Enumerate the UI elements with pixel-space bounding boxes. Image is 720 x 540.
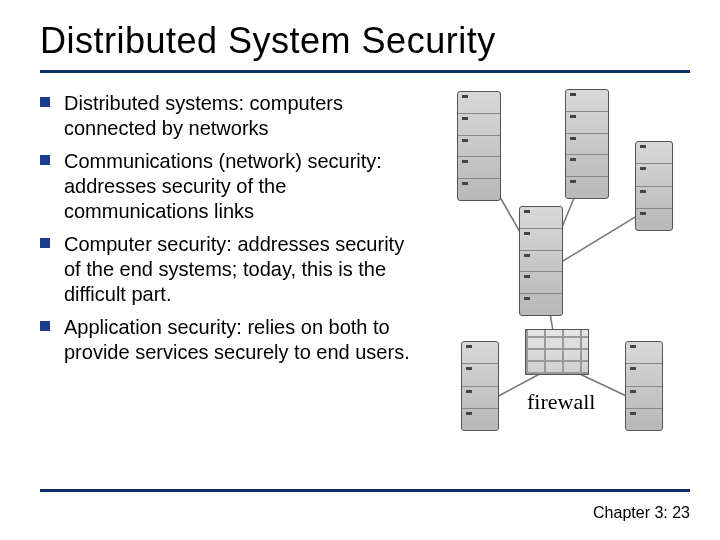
- list-item: Computer security: addresses security of…: [40, 232, 417, 307]
- server-icon: [519, 206, 563, 316]
- bullet-square-icon: [40, 155, 50, 165]
- body-row: Distributed systems: computers connected…: [40, 91, 690, 431]
- footer-text: Chapter 3: 23: [593, 504, 690, 522]
- firewall-icon: [525, 329, 589, 375]
- bullet-square-icon: [40, 238, 50, 248]
- slide: Distributed System Security Distributed …: [0, 0, 720, 540]
- bullet-text: Computer security: addresses security of…: [64, 232, 417, 307]
- firewall-label: firewall: [527, 389, 595, 415]
- page-title: Distributed System Security: [40, 20, 690, 62]
- divider-bottom: [40, 489, 690, 492]
- server-icon: [461, 341, 499, 431]
- server-icon: [565, 89, 609, 199]
- list-item: Application security: relies on both to …: [40, 315, 417, 365]
- divider-top: [40, 70, 690, 73]
- server-icon: [625, 341, 663, 431]
- list-item: Communications (network) security: addre…: [40, 149, 417, 224]
- bullet-square-icon: [40, 97, 50, 107]
- bullet-square-icon: [40, 321, 50, 331]
- server-icon: [635, 141, 673, 231]
- network-diagram: firewall: [427, 91, 690, 431]
- bullet-text: Distributed systems: computers connected…: [64, 91, 417, 141]
- list-item: Distributed systems: computers connected…: [40, 91, 417, 141]
- bullet-text: Communications (network) security: addre…: [64, 149, 417, 224]
- bullet-list: Distributed systems: computers connected…: [40, 91, 417, 431]
- server-icon: [457, 91, 501, 201]
- bullet-text: Application security: relies on both to …: [64, 315, 417, 365]
